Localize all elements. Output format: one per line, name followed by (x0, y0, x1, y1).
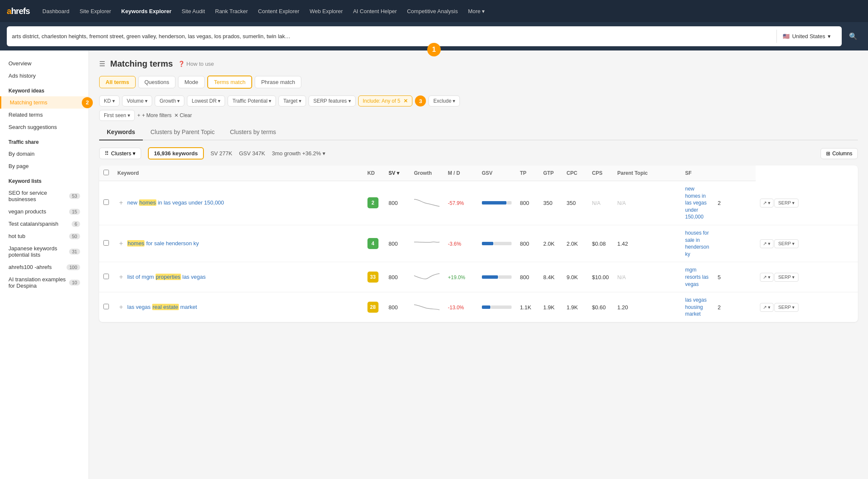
data-tab-clusters-parent[interactable]: Clusters by Parent Topic (143, 124, 222, 140)
filter-include[interactable]: Include: Any of 5 ✕ (358, 95, 413, 106)
filter-target[interactable]: Target ▾ (278, 95, 306, 106)
filter-kd[interactable]: KD ▾ (99, 95, 120, 106)
sidebar-item-by-page[interactable]: By page (0, 160, 89, 172)
row-checkbox[interactable] (103, 304, 109, 309)
sidebar-item-overview[interactable]: Overview (0, 57, 89, 70)
keyword-link[interactable]: new homes in las vegas under 150,000 (127, 199, 224, 207)
stats-row: ⠿ Clusters ▾ 16,936 keywords SV 277K GSV… (99, 147, 858, 160)
serp-button[interactable]: SERP ▾ (774, 199, 798, 207)
parent-topic-link[interactable]: las vegas housing market (685, 297, 707, 317)
th-kd[interactable]: KD (363, 165, 384, 181)
include-close-icon[interactable]: ✕ (403, 98, 408, 104)
sidebar-item-by-domain[interactable]: By domain (0, 148, 89, 160)
th-parent-topic[interactable]: Parent Topic (613, 165, 681, 181)
clear-button[interactable]: ✕ Clear (174, 112, 192, 118)
sidebar-list-hot-tub[interactable]: hot tub 50 (0, 230, 89, 242)
parent-topic-link[interactable]: new homes in las vegas under 150,000 (685, 186, 707, 220)
sidebar-item-matching-terms[interactable]: Matching terms 2 (0, 96, 89, 109)
add-keyword-button[interactable]: + (117, 240, 125, 247)
nav-site-explorer[interactable]: Site Explorer (75, 6, 115, 17)
cell-checkbox[interactable] (99, 262, 113, 292)
data-tab-keywords[interactable]: Keywords (99, 124, 143, 140)
th-cpc[interactable]: CPC (562, 165, 588, 181)
th-sv[interactable]: SV ▾ (384, 165, 410, 181)
serp-button[interactable]: SERP ▾ (774, 303, 798, 312)
search-button[interactable]: 🔍 (845, 28, 861, 45)
sparkline-chart (414, 272, 440, 282)
th-gsv[interactable]: GSV (478, 165, 516, 181)
how-to-use-link[interactable]: ❓ How to use (178, 61, 214, 67)
sparkline-chart (414, 238, 440, 248)
tab-all-terms[interactable]: All terms (99, 76, 136, 88)
country-selector[interactable]: 🇺🇸 United States ▾ (776, 30, 837, 43)
menu-icon[interactable]: ☰ (99, 60, 105, 68)
stat-growth[interactable]: 3mo growth +36.2% ▾ (272, 150, 326, 157)
sidebar-item-related-terms[interactable]: Related terms (0, 109, 89, 121)
th-md[interactable]: M / D (444, 165, 478, 181)
trend-button[interactable]: ↗ ▾ (760, 239, 773, 248)
add-keyword-button[interactable]: + (117, 199, 125, 207)
add-keyword-button[interactable]: + (117, 303, 125, 311)
nav-web-explorer[interactable]: Web Explorer (305, 6, 347, 17)
data-tab-clusters-terms[interactable]: Clusters by terms (222, 124, 284, 140)
trend-button[interactable]: ↗ ▾ (760, 199, 773, 207)
filter-exclude[interactable]: Exclude ▾ (428, 95, 460, 106)
sidebar-list-japanese[interactable]: Japanese keywords potential lists 31 (0, 242, 89, 261)
cell-checkbox[interactable] (99, 181, 113, 225)
serp-button[interactable]: SERP ▾ (774, 273, 798, 282)
clusters-button[interactable]: ⠿ Clusters ▾ (99, 148, 141, 159)
nav-keywords-explorer[interactable]: Keywords Explorer (117, 6, 176, 17)
nav-rank-tracker[interactable]: Rank Tracker (211, 6, 252, 17)
filter-first-seen[interactable]: First seen ▾ (99, 110, 135, 121)
search-input-wrap[interactable]: arts district, charleston heights, fremo… (7, 26, 842, 46)
select-all-checkbox[interactable] (103, 170, 109, 175)
sidebar-list-catalan[interactable]: Test catalan/spanish 6 (0, 218, 89, 230)
tab-questions[interactable]: Questions (138, 76, 176, 88)
cell-checkbox[interactable] (99, 225, 113, 262)
filter-growth[interactable]: Growth ▾ (155, 95, 184, 106)
sidebar-list-ai-translation[interactable]: AI translation examples for Despina 10 (0, 273, 89, 292)
nav-ai-content-helper[interactable]: AI Content Helper (349, 6, 401, 17)
filter-lowest-dr[interactable]: Lowest DR ▾ (187, 95, 225, 106)
nav-competitive-analysis[interactable]: Competitive Analysis (403, 6, 462, 17)
th-keyword[interactable]: Keyword (113, 165, 363, 181)
nav-more[interactable]: More ▾ (464, 6, 489, 17)
filter-tabs: All terms Questions Mode Terms match Phr… (99, 76, 858, 89)
add-keyword-button[interactable]: + (117, 273, 125, 281)
parent-topic-link[interactable]: mgm resorts las vegas (685, 267, 709, 287)
parent-topic-link[interactable]: houses for sale in henderson ky (685, 230, 709, 257)
logo[interactable]: ahrefs (7, 6, 30, 16)
tab-phrase-match[interactable]: Phrase match (255, 76, 301, 88)
sidebar-list-vegan[interactable]: vegan products 15 (0, 205, 89, 218)
filter-traffic-potential[interactable]: Traffic Potential ▾ (228, 95, 276, 106)
keyword-link[interactable]: las vegas real estate market (127, 303, 197, 311)
th-growth[interactable]: Growth (410, 165, 444, 181)
nav-dashboard[interactable]: Dashboard (38, 6, 74, 17)
more-filters-button[interactable]: + + More filters (137, 112, 172, 118)
th-cps[interactable]: CPS (588, 165, 613, 181)
nav-site-audit[interactable]: Site Audit (178, 6, 209, 17)
cell-checkbox[interactable] (99, 292, 113, 322)
sidebar-item-search-suggestions[interactable]: Search suggestions (0, 121, 89, 133)
sidebar-list-seo-service[interactable]: SEO for service businesses 53 (0, 187, 89, 205)
keyword-link[interactable]: list of mgm properties las vegas (127, 273, 206, 281)
sidebar-item-ads-history[interactable]: Ads history (0, 70, 89, 82)
row-checkbox[interactable] (103, 199, 109, 205)
th-gtp[interactable]: GTP (539, 165, 562, 181)
keywords-count: 16,936 keywords (148, 147, 203, 160)
filter-serp-features[interactable]: SERP features ▾ (309, 95, 356, 106)
th-sf[interactable]: SF (681, 165, 714, 181)
row-checkbox[interactable] (103, 274, 109, 279)
columns-button[interactable]: ⊞ Columns (821, 148, 858, 159)
trend-button[interactable]: ↗ ▾ (760, 273, 773, 282)
th-tp[interactable]: TP (516, 165, 539, 181)
keyword-link[interactable]: homes for sale henderson ky (127, 240, 199, 247)
row-checkbox[interactable] (103, 240, 109, 246)
trend-button[interactable]: ↗ ▾ (760, 303, 773, 312)
tab-terms-match[interactable]: Terms match (207, 76, 252, 89)
sidebar-list-ahrefs100[interactable]: ahrefs100 -ahrefs 100 (0, 261, 89, 273)
nav-content-explorer[interactable]: Content Explorer (254, 6, 304, 17)
tab-mode[interactable]: Mode (178, 76, 205, 88)
serp-button[interactable]: SERP ▾ (774, 239, 798, 248)
filter-volume[interactable]: Volume ▾ (122, 95, 152, 106)
